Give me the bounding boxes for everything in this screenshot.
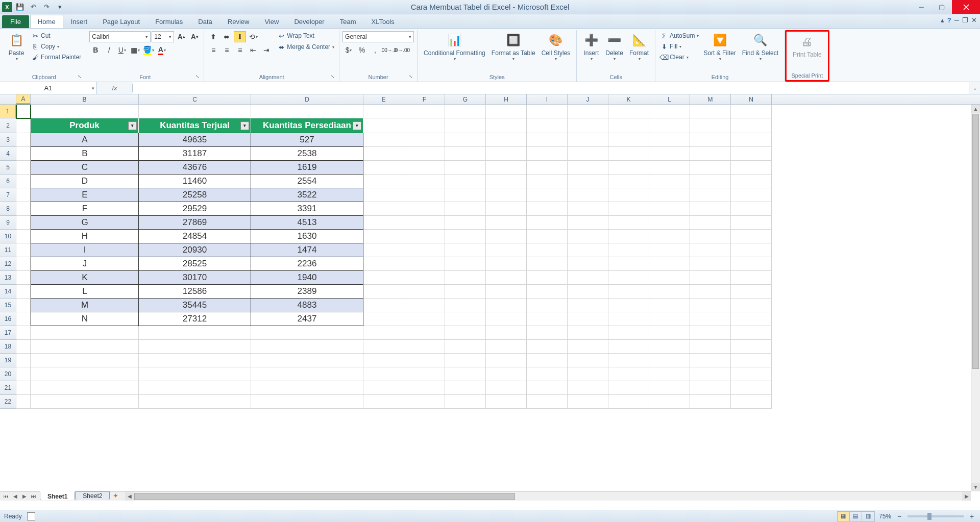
row-header-9[interactable]: 9 [0,216,16,230]
column-header-H[interactable]: H [486,94,527,104]
cell-F15[interactable] [404,299,445,312]
cell-H4[interactable] [486,147,527,161]
cell-F18[interactable] [404,340,445,354]
cell-I5[interactable] [527,161,568,175]
zoom-out-button[interactable]: − [895,512,903,520]
cell-E15[interactable] [363,299,404,312]
cell-N15[interactable] [731,299,772,312]
cell-M14[interactable] [690,285,731,299]
cell-C14[interactable]: 12586 [139,285,251,299]
new-sheet-button[interactable]: ✦ [110,492,121,501]
copy-button[interactable]: ⎘Copy▾ [30,42,83,51]
zoom-level[interactable]: 75% [879,513,891,520]
cell-B11[interactable]: I [31,243,139,257]
cell-K7[interactable] [608,188,649,202]
cell-H5[interactable] [486,161,527,175]
cell-H16[interactable] [486,312,527,326]
fill-color-button[interactable]: 🪣▾ [142,44,155,56]
cell-G9[interactable] [445,216,486,230]
cell-F1[interactable] [404,105,445,118]
cell-L21[interactable] [649,381,690,395]
cell-L13[interactable] [649,271,690,285]
cell-K16[interactable] [608,312,649,326]
scroll-down-icon[interactable]: ▼ [971,483,980,491]
cell-D22[interactable] [251,395,363,409]
cell-I8[interactable] [527,202,568,216]
cell-L1[interactable] [649,105,690,118]
tab-home[interactable]: Home [30,15,63,28]
cell-C6[interactable]: 11460 [139,175,251,188]
cell-D5[interactable]: 1619 [251,161,363,175]
increase-decimal-button[interactable]: .00→.0 [382,44,395,56]
vertical-scrollbar[interactable]: ▲ ▼ [971,105,980,491]
macro-record-icon[interactable] [27,512,35,520]
cell-E20[interactable] [363,367,404,381]
cell-D19[interactable] [251,354,363,367]
cell-D11[interactable]: 1474 [251,243,363,257]
tab-xltools[interactable]: XLTools [363,15,402,28]
cell-C17[interactable] [139,326,251,340]
cell-D21[interactable] [251,381,363,395]
alignment-launcher-icon[interactable]: ⤡ [331,74,335,79]
cell-H6[interactable] [486,175,527,188]
align-center-button[interactable]: ≡ [220,44,233,56]
increase-indent-button[interactable]: ⇥ [260,44,273,56]
cell-F11[interactable] [404,243,445,257]
cell-G11[interactable] [445,243,486,257]
cell-A15[interactable] [16,299,31,312]
cell-M16[interactable] [690,312,731,326]
cell-I19[interactable] [527,354,568,367]
cell-N18[interactable] [731,340,772,354]
cell-A1[interactable] [16,105,31,118]
cell-G10[interactable] [445,230,486,243]
cell-A18[interactable] [16,340,31,354]
cell-L12[interactable] [649,257,690,271]
row-header-8[interactable]: 8 [0,202,16,216]
cell-F13[interactable] [404,271,445,285]
cell-E12[interactable] [363,257,404,271]
cell-F16[interactable] [404,312,445,326]
cell-D2[interactable]: Kuantitas Persediaan▾ [251,118,363,133]
cell-N19[interactable] [731,354,772,367]
cell-A5[interactable] [16,161,31,175]
cell-G3[interactable] [445,133,486,147]
cell-C11[interactable]: 20930 [139,243,251,257]
cell-A19[interactable] [16,354,31,367]
cell-L4[interactable] [649,147,690,161]
cell-L16[interactable] [649,312,690,326]
format-cells-button[interactable]: 📐Format▾ [626,31,652,63]
cell-E7[interactable] [363,188,404,202]
sheet-tab-sheet1[interactable]: Sheet1 [40,491,75,500]
cell-M17[interactable] [690,326,731,340]
cell-H9[interactable] [486,216,527,230]
cell-A12[interactable] [16,257,31,271]
undo-button[interactable]: ↶ [28,2,39,13]
cell-C8[interactable]: 29529 [139,202,251,216]
column-header-J[interactable]: J [568,94,608,104]
window-min2-icon[interactable]: ─ [954,16,959,24]
cell-B2[interactable]: Produk▾ [31,118,139,133]
cell-E5[interactable] [363,161,404,175]
cell-G18[interactable] [445,340,486,354]
column-header-N[interactable]: N [731,94,772,104]
cell-C20[interactable] [139,367,251,381]
cell-E1[interactable] [363,105,404,118]
cell-H22[interactable] [486,395,527,409]
row-header-12[interactable]: 12 [0,257,16,271]
italic-button[interactable]: I [103,44,115,56]
cell-A7[interactable] [16,188,31,202]
cell-J10[interactable] [568,230,608,243]
column-header-D[interactable]: D [251,94,363,104]
cell-G13[interactable] [445,271,486,285]
cell-F8[interactable] [404,202,445,216]
cell-C2[interactable]: Kuantitas Terjual▾ [139,118,251,133]
cell-K4[interactable] [608,147,649,161]
cell-L8[interactable] [649,202,690,216]
cell-K14[interactable] [608,285,649,299]
cell-D18[interactable] [251,340,363,354]
cell-N17[interactable] [731,326,772,340]
cell-F17[interactable] [404,326,445,340]
zoom-in-button[interactable]: + [968,512,976,520]
cell-J22[interactable] [568,395,608,409]
cell-G2[interactable] [445,118,486,133]
